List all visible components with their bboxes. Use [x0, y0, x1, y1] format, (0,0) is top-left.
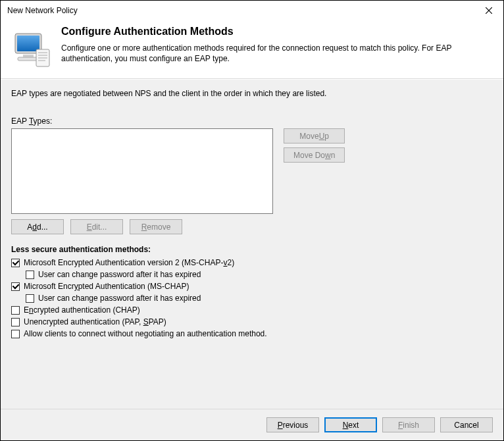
svg-rect-1 [17, 36, 39, 51]
mschap2-pwd-checkbox[interactable] [26, 271, 34, 279]
svg-rect-2 [23, 55, 34, 57]
eap-types-listbox[interactable] [11, 128, 273, 214]
header-text: Configure Authentication Methods Configu… [61, 26, 493, 64]
wizard-footer: Previous Next Finish Cancel [1, 409, 503, 440]
less-secure-label: Less secure authentication methods: [11, 245, 493, 254]
mschap2-label: Microsoft Encrypted Authentication versi… [24, 258, 234, 267]
mschap2-checkbox[interactable] [11, 259, 20, 267]
mschap-row: Microsoft Encrypted Authentication (MS-C… [11, 282, 493, 291]
wizard-window: New Network Policy [0, 0, 504, 441]
allow-no-auth-row: Allow clients to connect without negotia… [11, 329, 493, 338]
pap-label: Unencrypted authentication (PAP, SPAP) [24, 317, 166, 326]
chap-label: Encrypted authentication (CHAP) [24, 305, 140, 315]
eap-crud-buttons: Add... Edit... Remove [11, 219, 493, 234]
chap-row: Encrypted authentication (CHAP) [11, 305, 493, 315]
finish-button[interactable]: Finish [382, 417, 435, 432]
eap-reorder-buttons: Move Up Move Down [284, 128, 345, 214]
eap-types-row: Move Up Move Down [11, 128, 493, 214]
titlebar: New Network Policy [1, 1, 503, 20]
wizard-body: EAP types are negotiated between NPS and… [1, 79, 503, 409]
move-down-button[interactable]: Move Down [284, 147, 345, 163]
next-button[interactable]: Next [324, 417, 377, 432]
mschap-pwd-row: User can change password after it has ex… [26, 294, 493, 303]
edit-button[interactable]: Edit... [70, 219, 123, 234]
add-button[interactable]: Add... [11, 219, 64, 234]
mschap-pwd-label: User can change password after it has ex… [38, 294, 201, 303]
svg-rect-3 [18, 57, 39, 61]
wizard-header: Configure Authentication Methods Configu… [1, 20, 503, 79]
mschap2-pwd-row: User can change password after it has ex… [26, 270, 493, 279]
allow-no-auth-checkbox[interactable] [11, 330, 20, 338]
move-up-button[interactable]: Move Up [284, 128, 345, 143]
close-button[interactable] [474, 1, 503, 20]
policy-icon [11, 30, 51, 69]
mschap-label: Microsoft Encrypted Authentication (MS-C… [24, 282, 189, 291]
allow-no-auth-label: Allow clients to connect without negotia… [24, 329, 267, 338]
mschap-checkbox[interactable] [11, 282, 20, 291]
page-description: Configure one or more authentication met… [61, 43, 493, 64]
cancel-button[interactable]: Cancel [440, 417, 493, 432]
mschap2-row: Microsoft Encrypted Authentication versi… [11, 258, 493, 267]
pap-row: Unencrypted authentication (PAP, SPAP) [11, 317, 493, 326]
pap-checkbox[interactable] [11, 318, 20, 326]
window-title: New Network Policy [7, 6, 474, 15]
page-title: Configure Authentication Methods [61, 26, 493, 38]
remove-button[interactable]: Remove [130, 219, 182, 234]
eap-negotiation-note: EAP types are negotiated between NPS and… [11, 89, 493, 98]
previous-button[interactable]: Previous [266, 417, 319, 432]
close-icon [486, 7, 492, 14]
mschap2-pwd-label: User can change password after it has ex… [38, 270, 201, 279]
chap-checkbox[interactable] [11, 306, 20, 315]
eap-types-label: EAP Types: [11, 117, 493, 126]
mschap-pwd-checkbox[interactable] [26, 294, 34, 303]
less-secure-checkbox-list: Microsoft Encrypted Authentication versi… [11, 258, 493, 338]
